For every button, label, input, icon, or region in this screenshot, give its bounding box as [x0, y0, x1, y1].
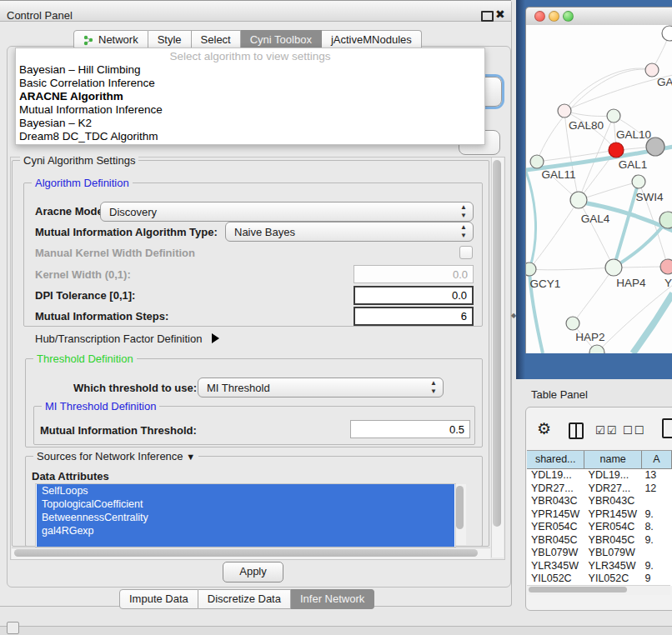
network-node[interactable] — [526, 262, 536, 276]
table-row[interactable]: YDL19...YDL19...13 — [527, 469, 672, 482]
data-attribute-item[interactable]: gal4RGexp — [37, 524, 454, 538]
data-attribute-item[interactable]: BetweennessCentrality — [37, 511, 454, 524]
panel-splitter-grip[interactable]: ◆ — [511, 312, 515, 319]
bottom-dock-strip — [0, 626, 672, 635]
kernel-width-field[interactable] — [354, 265, 474, 283]
table-cell: YER054C — [527, 521, 584, 534]
network-edge — [526, 172, 536, 269]
data-attribute-item[interactable] — [37, 538, 454, 548]
algorithm-option[interactable]: ARACNE Algorithm — [16, 90, 484, 103]
network-node[interactable] — [558, 104, 571, 118]
table-row[interactable]: YIL052CYIL052C9 — [527, 572, 672, 586]
columns-icon[interactable] — [569, 422, 584, 439]
network-window-titlebar[interactable] — [525, 7, 672, 27]
gear-icon[interactable]: ⚙ — [537, 419, 551, 438]
mi-threshold-field[interactable] — [350, 420, 470, 438]
collapsed-panel-icon[interactable] — [7, 622, 19, 634]
algorithm-dropdown-list: Bayesian – Hill ClimbingBasic Correlatio… — [16, 63, 484, 143]
mi-threshold-legend: MI Threshold Definition — [42, 400, 159, 412]
aracne-mode-combobox[interactable]: Discovery ▲▼ — [100, 202, 474, 222]
network-node[interactable] — [662, 26, 672, 41]
table-hscrollbar-thumb[interactable] — [529, 587, 627, 592]
aracne-mode-label: Aracne Mode: — [35, 205, 107, 218]
network-node[interactable] — [660, 259, 672, 274]
algorithm-option[interactable]: Basic Correlation Inference — [16, 77, 484, 90]
float-window-icon[interactable] — [481, 11, 494, 22]
data-attributes-list[interactable]: SelfLoopsTopologicalCoefficientBetweenne… — [35, 483, 456, 548]
which-threshold-combobox[interactable]: MI Threshold ▲▼ — [198, 378, 444, 398]
tab-impute-data[interactable]: Impute Data — [119, 589, 198, 609]
network-edge — [564, 68, 652, 111]
data-attribute-item[interactable]: TopologicalCoefficient — [37, 498, 454, 511]
table-cell: YIL052C — [527, 572, 584, 586]
dpi-tolerance-field[interactable] — [354, 286, 474, 305]
network-node[interactable] — [632, 175, 645, 188]
collapse-arrow-icon: ▼ — [186, 452, 195, 462]
hub-definition-toggle[interactable]: Hub/Transcription Factor Definition — [35, 332, 219, 345]
network-node[interactable] — [609, 142, 624, 158]
network-node[interactable] — [570, 192, 587, 208]
which-threshold-value: MI Threshold — [207, 382, 270, 394]
mi-type-combobox[interactable]: Naive Bayes ▲▼ — [225, 222, 474, 242]
table-cell: YER054C — [584, 521, 641, 534]
tab-infer-network[interactable]: Infer Network — [291, 589, 374, 609]
network-node-label: GAL10 — [616, 128, 651, 141]
table-cell — [640, 547, 672, 560]
table-row[interactable]: YDR27...YDR27...12 — [527, 482, 672, 496]
table-row[interactable]: YPR145WYPR145W9. — [527, 508, 672, 522]
table-row[interactable]: YBR045CYBR045C9. — [527, 534, 672, 548]
algorithm-option[interactable]: Mutual Information Inference — [16, 103, 484, 117]
table-row[interactable]: YER054CYER054C8. — [527, 521, 672, 534]
mi-threshold-label: Mutual Information Threshold: — [40, 424, 197, 437]
column-header-name[interactable]: name — [584, 451, 642, 468]
network-canvas[interactable]: GALGAL80GAL10GAL1GAL11SWI4GAL4GCY1HAP4YH… — [525, 25, 672, 353]
window-close-icon[interactable] — [534, 11, 545, 22]
attributes-scrollbar-thumb[interactable] — [456, 486, 464, 529]
network-node[interactable] — [605, 259, 622, 276]
network-edge — [633, 293, 672, 353]
column-header-partial[interactable]: A — [642, 451, 672, 468]
network-node-label: HAP4 — [616, 277, 646, 289]
network-node[interactable] — [566, 317, 579, 330]
settings-vscrollbar-thumb[interactable] — [493, 160, 501, 527]
new-table-icon[interactable] — [662, 418, 672, 438]
tab-discretize-data[interactable]: Discretize Data — [198, 589, 291, 609]
network-node[interactable] — [646, 138, 664, 156]
stepper-arrows-icon: ▲▼ — [460, 223, 467, 240]
tab-label: Impute Data — [129, 590, 188, 608]
table-cell: YPR145W — [527, 508, 584, 522]
apply-button[interactable]: Apply — [223, 562, 283, 582]
table-row[interactable]: YBR043CYBR043C — [527, 495, 672, 508]
tab-label: jActiveMNodules — [331, 31, 412, 49]
sources-legend[interactable]: Sources for Network Inference ▼ — [33, 450, 198, 462]
data-attribute-item[interactable]: SelfLoops — [37, 484, 454, 498]
select-all-checks-icon[interactable]: ☑☑ — [595, 424, 618, 437]
algorithm-option[interactable]: Bayesian – K2 — [16, 117, 484, 130]
network-node[interactable] — [607, 109, 620, 122]
table-cell: 9. — [640, 534, 672, 548]
dpi-tolerance-label: DPI Tolerance [0,1]: — [35, 289, 135, 302]
settings-hscrollbar-thumb[interactable] — [14, 549, 478, 557]
network-node[interactable] — [659, 212, 672, 228]
control-panel-title: Control Panel — [7, 9, 73, 22]
network-node-label: GCY1 — [530, 278, 561, 290]
column-header-shared-name[interactable]: shared... — [527, 451, 584, 468]
manual-kernel-checkbox[interactable] — [459, 246, 473, 259]
table-row[interactable]: YBL079WYBL079W — [527, 547, 672, 560]
network-node[interactable] — [645, 63, 659, 77]
network-node[interactable] — [530, 155, 544, 168]
network-graph: GALGAL80GAL10GAL1GAL11SWI4GAL4GCY1HAP4YH… — [526, 25, 672, 353]
tab-label: Style — [158, 31, 182, 49]
mi-steps-field[interactable] — [354, 307, 474, 326]
window-zoom-icon[interactable] — [563, 11, 574, 22]
table-cell: YDL19... — [584, 469, 641, 482]
algorithm-option[interactable]: Bayesian – Hill Climbing — [16, 63, 484, 77]
table-row[interactable]: YLR345WYLR345W9. — [527, 560, 672, 573]
close-icon[interactable]: ✖ — [495, 8, 505, 21]
stepper-arrows-icon: ▲▼ — [460, 203, 467, 220]
which-threshold-label: Which threshold to use: — [73, 382, 197, 394]
deselect-all-checks-icon[interactable]: ☐☐ — [623, 424, 645, 437]
algorithm-option[interactable]: Dream8 DC_TDC Algorithm — [16, 130, 484, 143]
table-cell: YBL079W — [527, 547, 584, 560]
window-minimize-icon[interactable] — [549, 11, 559, 22]
